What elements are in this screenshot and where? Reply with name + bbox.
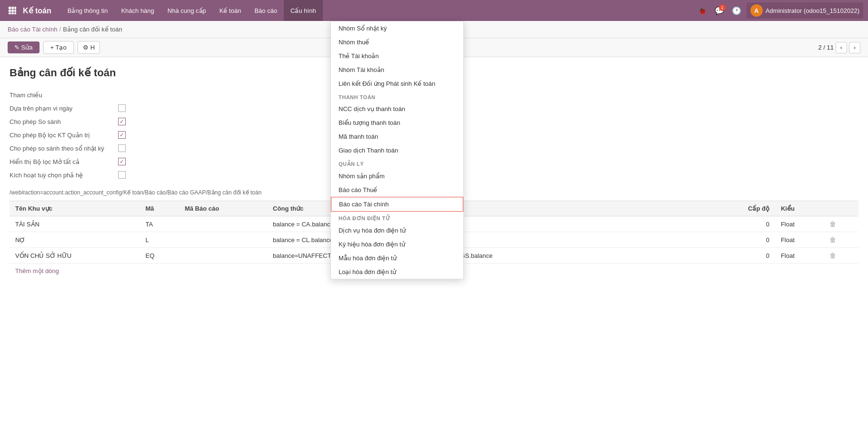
clock-icon[interactable]: 🕐 [729,3,744,18]
dropdown-item-2-2[interactable]: Báo cáo Tài chính [331,197,463,212]
create-button[interactable]: + Tạo [43,41,74,54]
message-badge: 1 [719,4,726,11]
breadcrumb-separator: / [60,26,61,33]
cell-level-0: 0 [712,216,775,232]
col-header-name: Tên Khu vực [10,201,140,216]
delete-icon-0[interactable]: 🗑 [829,220,836,228]
cell-code-0: TA [140,216,179,232]
svg-rect-7 [11,12,14,14]
col-header-level: Cấp độ [712,201,775,216]
cell-level-1: 0 [712,232,775,248]
cell-report-code-0 [179,216,267,232]
cell-level-2: 0 [712,248,775,264]
dropdown-item-0-4[interactable]: Liên kết Đối ứng Phát sinh Kế toán [331,77,463,91]
cell-report-code-1 [179,232,267,248]
cell-type-0: Float [775,216,824,232]
breadcrumb-current: Bảng cân đối kế toán [63,26,122,33]
dropdown-section-label-2: Quản lý [331,157,463,169]
cell-type-1: Float [775,232,824,248]
checkbox-pham-vi-ngay[interactable] [118,104,126,112]
nav-bang-thong-tin[interactable]: Bảng thông tin [61,0,115,21]
dropdown-item-3-3[interactable]: Loại hóa đơn điện tử [331,265,463,279]
svg-rect-1 [11,7,14,9]
label-so-sanh: Cho phép So sánh [10,115,114,128]
message-icon[interactable]: 💬 1 [712,3,727,18]
grid-icon[interactable] [5,3,20,18]
cell-delete-1[interactable]: 🗑 [824,232,858,248]
svg-rect-0 [9,7,11,9]
nav-khach-hang[interactable]: Khách hàng [114,0,160,21]
add-row-link[interactable]: Thêm một dòng [10,264,65,278]
checkbox-so-nhat-ky[interactable] [118,144,126,152]
pagination-text: 2 / 11 [818,44,834,51]
value-hien-thi-bo-loc [114,155,858,168]
dropdown-item-3-2[interactable]: Mẫu hóa đơn điện tử [331,251,463,265]
svg-rect-8 [14,12,16,14]
checkbox-so-sanh[interactable] [118,118,126,125]
svg-rect-2 [14,7,16,9]
value-bo-loc-kt [114,128,858,142]
dropdown-section-label-3: Hóa đơn điện tử [331,212,463,224]
user-label: Administrator (odoo15_15102022) [766,7,859,14]
avatar: A [750,4,763,17]
dropdown-item-3-0[interactable]: Dịch vụ hóa đơn điện tử [331,224,463,237]
cell-code-1: L [140,232,179,248]
dropdown-item-1-1[interactable]: Biểu tượng thanh toán [331,116,463,130]
svg-rect-3 [9,10,11,12]
nav-cau-hinh[interactable]: Cấu hình [284,0,323,21]
nav-bao-cao[interactable]: Báo cáo [248,0,284,21]
nav-nha-cung-cap[interactable]: Nhà cung cấp [161,0,213,21]
bug-icon[interactable]: 🐞 [695,3,709,18]
label-bo-loc-kt: Cho phép Bộ lọc KT Quản trị [10,128,114,142]
dropdown-item-1-2[interactable]: Mã thanh toán [331,130,463,143]
value-pham-vi-ngay [114,102,858,115]
checkbox-hien-thi-bo-loc[interactable] [118,158,126,165]
cell-delete-2[interactable]: 🗑 [824,248,858,264]
cell-name-0: TÀI SẢN [10,216,140,232]
value-pha-he [114,168,858,182]
checkbox-bo-loc-kt[interactable] [118,131,126,139]
col-header-type: Kiểu [775,201,824,216]
cell-type-2: Float [775,248,824,264]
cell-code-2: EQ [140,248,179,264]
dropdown-item-0-3[interactable]: Nhóm Tài khoản [331,63,463,77]
checkbox-pha-he[interactable] [118,171,126,179]
prev-page-button[interactable]: ‹ [836,42,847,53]
svg-rect-6 [9,12,11,14]
config-dropdown: Nhóm Sổ nhật kýNhóm thuếThẻ Tài khoảnNhó… [330,21,464,279]
navbar: Kế toán Bảng thông tin Khách hàng Nhà cu… [0,0,868,21]
gear-h-label: H [90,44,95,51]
label-pha-he: Kích hoạt tuỳ chọn phả hệ [10,168,114,182]
svg-rect-5 [14,10,16,12]
next-page-button[interactable]: › [849,42,860,53]
nav-ke-toan[interactable]: Kế toán [213,0,248,21]
dropdown-section-label-1: Thanh toán [331,91,463,102]
dropdown-item-1-3[interactable]: Giao dịch Thanh toán [331,143,463,157]
navbar-menu: Bảng thông tin Khách hàng Nhà cung cấp K… [61,0,695,21]
user-menu-button[interactable]: A Administrator (odoo15_15102022) [747,2,863,19]
pagination: 2 / 11 ‹ › [818,42,860,53]
navbar-right: 🐞 💬 1 🕐 A Administrator (odoo15_15102022… [695,2,863,19]
delete-icon-1[interactable]: 🗑 [829,236,836,244]
gear-button[interactable]: ⚙ H [78,41,100,54]
breadcrumb: Báo cáo Tài chính / Bảng cân đối kế toán [8,26,122,33]
col-header-report-code: Mã Báo cáo [179,201,267,216]
dropdown-item-1-0[interactable]: NCC dịch vụ thanh toán [331,102,463,116]
value-tham-chieu [114,89,858,102]
edit-button[interactable]: ✎ Sửa [8,41,40,53]
navbar-brand: Kế toán [23,6,51,15]
delete-icon-2[interactable]: 🗑 [829,252,836,259]
dropdown-item-0-2[interactable]: Thẻ Tài khoản [331,49,463,63]
dropdown-item-3-1[interactable]: Ký hiệu hóa đơn điện tử [331,237,463,251]
value-so-nhat-ky [114,142,858,155]
dropdown-item-0-1[interactable]: Nhóm thuế [331,35,463,49]
dropdown-item-2-0[interactable]: Nhóm sản phẩm [331,169,463,183]
label-tham-chieu: Tham chiếu [10,89,114,102]
breadcrumb-parent[interactable]: Báo cáo Tài chính [8,26,58,33]
cell-report-code-2 [179,248,267,264]
dropdown-item-2-1[interactable]: Báo cáo Thuế [331,183,463,197]
col-header-code: Mã [140,201,179,216]
cell-delete-0[interactable]: 🗑 [824,216,858,232]
dropdown-item-0-0[interactable]: Nhóm Sổ nhật ký [331,21,463,35]
label-hien-thi-bo-loc: Hiển thị Bộ lọc Mở tất cả [10,155,114,168]
